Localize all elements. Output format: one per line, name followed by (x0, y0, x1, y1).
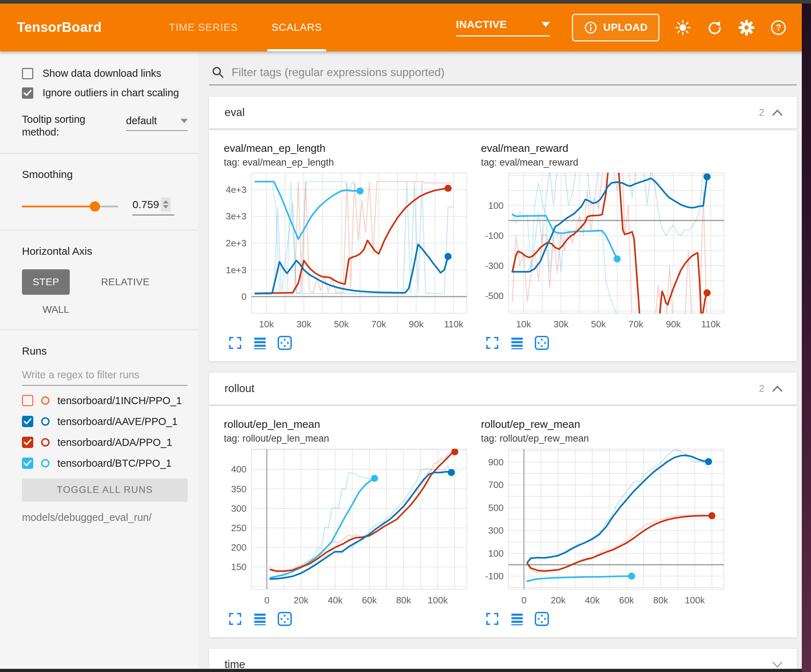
checkbox-unchecked[interactable] (22, 68, 33, 79)
svg-text:700: 700 (489, 479, 504, 490)
check-icon (23, 88, 32, 98)
smoothing-stepper[interactable] (161, 198, 171, 212)
toggle-y-axis-icon[interactable] (252, 335, 268, 351)
stepper-up-icon[interactable] (163, 200, 169, 203)
tooltip-sorting-value: default (126, 115, 157, 127)
run-checkbox[interactable] (22, 457, 33, 469)
run-checkbox[interactable] (22, 416, 33, 427)
chevron-down-icon (541, 22, 550, 27)
svg-text:60k: 60k (619, 595, 634, 606)
svg-text:200: 200 (231, 542, 246, 553)
tooltip-sorting-select[interactable]: default (126, 115, 188, 131)
svg-text:10k: 10k (259, 319, 274, 330)
svg-text:-500: -500 (485, 291, 504, 301)
run-row-btc[interactable]: tensorboard/BTC/PPO_1 (22, 457, 188, 469)
svg-text:100k: 100k (685, 595, 705, 606)
run-row-1inch[interactable]: tensorboard/1INCH/PPO_1 (22, 395, 188, 406)
app-header: TensorBoard TIME SERIES SCALARS INACTIVE… (0, 3, 802, 51)
section-title: eval (224, 106, 245, 119)
checkbox-checked[interactable] (22, 87, 33, 99)
axis-step-button[interactable]: STEP (22, 269, 70, 295)
section-header-time[interactable]: time (209, 648, 797, 669)
chart-title: rollout/ep_rew_mean (481, 418, 729, 430)
svg-text:350: 350 (231, 484, 246, 494)
section-title: time (224, 658, 246, 669)
chart-title: rollout/ep_len_mean (224, 418, 472, 430)
tooltip-sorting-row: Tooltip sorting method: default (22, 113, 188, 139)
svg-text:70k: 70k (372, 319, 387, 330)
toggle-y-axis-icon[interactable] (509, 335, 525, 351)
chart-canvas[interactable]: 10k30k50k70k90k110k01e+32e+33e+34e+3 (224, 170, 472, 333)
chevron-up-icon[interactable] (772, 109, 783, 116)
svg-text:60k: 60k (362, 595, 377, 606)
status-select-value: INACTIVE (456, 19, 507, 30)
svg-text:100: 100 (489, 200, 504, 211)
expand-chart-icon[interactable] (227, 611, 243, 627)
svg-text:0: 0 (241, 291, 246, 302)
chevron-up-icon[interactable] (772, 385, 783, 392)
run-color-ring (41, 417, 49, 426)
chart-tag: tag: eval/mean_ep_length (224, 157, 472, 168)
settings-gear-icon[interactable] (738, 19, 755, 36)
fit-domain-icon[interactable] (277, 611, 292, 627)
refresh-icon[interactable] (706, 19, 723, 36)
brightness-icon[interactable] (674, 19, 691, 36)
scalars-dashboard: eval 2 eval/mean_ep_length tag: eval/mea… (199, 51, 802, 669)
toggle-y-axis-icon[interactable] (509, 611, 525, 627)
runs-filter-input[interactable] (22, 367, 188, 386)
svg-text:30k: 30k (553, 319, 569, 330)
section-header-eval[interactable]: eval 2 (209, 96, 797, 129)
status-select[interactable]: INACTIVE (456, 19, 550, 36)
section-header-rollout[interactable]: rollout 2 (209, 372, 797, 405)
toggle-all-runs-button[interactable]: TOGGLE ALL RUNS (22, 479, 188, 502)
svg-text:-100: -100 (485, 571, 504, 581)
axis-wall-button[interactable]: WALL (42, 304, 188, 315)
upload-button[interactable]: UPLOAD (572, 14, 660, 41)
fit-domain-icon[interactable] (534, 611, 550, 627)
chart-tag: tag: eval/mean_reward (481, 157, 729, 168)
smoothing-value-input[interactable] (132, 198, 161, 210)
runs-title: Runs (22, 345, 188, 357)
section-body-rollout: rollout/ep_len_mean tag: rollout/ep_len_… (209, 406, 797, 637)
expand-chart-icon[interactable] (227, 335, 243, 351)
ignore-outliers-checkbox[interactable]: Ignore outliers in chart scaling (22, 87, 188, 99)
sidebar-divider (0, 230, 199, 230)
chevron-down-icon[interactable] (772, 661, 783, 668)
sidebar-divider (0, 153, 199, 154)
toggle-y-axis-icon[interactable] (252, 611, 268, 627)
chart-canvas[interactable]: 020k40k60k80k100k150200250300350400 (224, 446, 472, 609)
run-checkbox[interactable] (22, 437, 33, 448)
slider-thumb[interactable] (90, 201, 100, 212)
svg-text:20k: 20k (551, 595, 566, 606)
tab-time-series[interactable]: TIME SERIES (169, 3, 238, 51)
run-row-ada[interactable]: tensorboard/ADA/PPO_1 (22, 437, 188, 449)
chart-canvas[interactable]: 10k30k50k70k90k110k100-100-300-500 (481, 170, 729, 333)
upload-button-label: UPLOAD (604, 22, 648, 33)
tag-filter-input[interactable] (232, 66, 795, 79)
chart-eval-mean-ep-length: eval/mean_ep_length tag: eval/mean_ep_le… (224, 142, 472, 351)
show-download-links-checkbox[interactable]: Show data download links (22, 68, 188, 79)
stepper-down-icon[interactable] (163, 205, 169, 208)
fit-domain-icon[interactable] (277, 335, 292, 351)
expand-chart-icon[interactable] (484, 611, 500, 627)
run-row-aave[interactable]: tensorboard/AAVE/PPO_1 (22, 416, 188, 427)
tab-scalars[interactable]: SCALARS (271, 3, 322, 51)
section-title: rollout (224, 382, 254, 395)
fit-domain-icon[interactable] (534, 335, 550, 351)
info-icon (584, 20, 598, 35)
svg-text:-300: -300 (485, 261, 504, 271)
svg-text:100: 100 (489, 548, 504, 559)
expand-chart-icon[interactable] (484, 335, 500, 351)
run-checkbox[interactable] (22, 395, 33, 406)
horizontal-axis-label: Horizontal Axis (22, 245, 188, 257)
smoothing-slider[interactable] (22, 201, 118, 212)
help-icon[interactable]: ? (770, 19, 787, 36)
chart-toolbar (481, 611, 729, 627)
settings-sidebar: Show data download links Ignore outliers… (0, 51, 199, 669)
desktop-bottom-edge (0, 669, 802, 672)
chart-canvas[interactable]: 020k40k60k80k100k-100100300500700900 (481, 446, 729, 609)
run-color-ring (41, 438, 49, 447)
axis-relative-button[interactable]: RELATIVE (90, 269, 160, 295)
svg-text:150: 150 (231, 562, 246, 572)
svg-text:500: 500 (489, 503, 504, 513)
